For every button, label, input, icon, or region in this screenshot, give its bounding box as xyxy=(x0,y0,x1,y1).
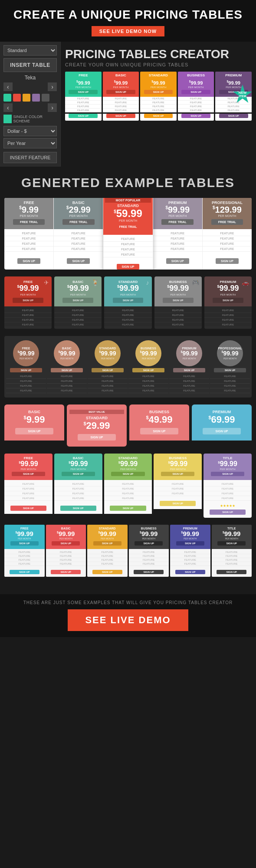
ex2-signup-business[interactable]: SIGN UP xyxy=(163,298,194,303)
swatch-teal[interactable] xyxy=(3,94,11,102)
mini-features-standard: FEATURE FEATURE FEATURE FEATURE xyxy=(140,97,177,112)
style-dropdown[interactable]: Standard xyxy=(3,45,57,56)
ex6-bottom-btn-business[interactable]: SIGN UP xyxy=(134,570,164,574)
ex6-signup-standard[interactable]: SIGN UP xyxy=(93,541,121,546)
ex6-signup-basic[interactable]: SIGN UP xyxy=(52,541,80,546)
ex1-signup-basic[interactable]: SIGN UP xyxy=(67,258,90,264)
ex2-header-business: 🎮 BUSINESS $99.99 PER MONTH SIGN UP xyxy=(154,276,202,306)
page-header: CREATE A UNIQUE PRICING TABLES SEE LIVE … xyxy=(0,0,256,42)
ex6-bottom-btn-title[interactable]: SIGN UP xyxy=(217,570,246,574)
ex3-col-premium2: PREMIUM $99.99 PER MONTH SIGN UP FEATURE… xyxy=(169,340,209,393)
ex1-col-professional: PROFESSIONAL $129.99 PER MONTH FREE TRIA… xyxy=(203,198,252,270)
mini-features-free: FEATURE FEATURE FEATURE FEATURE xyxy=(65,97,102,112)
swatch-orange[interactable] xyxy=(23,94,30,102)
theme-nav: ‹ › xyxy=(3,82,57,91)
ex1-trial-professional[interactable]: FREE TRIAL xyxy=(211,219,243,225)
ex1-signup-professional[interactable]: SIGN UP xyxy=(216,258,239,264)
ex1-trial-basic[interactable]: FREE TRIAL xyxy=(62,219,95,225)
ex4-signup-business[interactable]: SIGN UP xyxy=(140,428,178,434)
ex5-bottom-btn-free[interactable]: SIGN UP xyxy=(10,506,46,511)
ex5-header-title: TITLE $99.99 PER MONTH SIGN UP xyxy=(203,454,252,480)
ex5-signup-basic[interactable]: SIGN UP xyxy=(62,472,95,476)
swatch-dark[interactable] xyxy=(42,94,49,102)
period-dropdown[interactable]: Per Year xyxy=(3,138,57,148)
mini-bottom-btn-premium[interactable]: SIGN UP xyxy=(219,114,248,118)
mini-bottom-premium: SIGN UP xyxy=(215,114,252,121)
swatch-red[interactable] xyxy=(13,94,21,102)
ex2-signup-standard[interactable]: SIGN UP xyxy=(113,298,144,303)
ex6-header-premium: PREMIUM $99.99 PER MONTH SIGN UP xyxy=(170,525,210,549)
ex3-signup-standard[interactable]: SIGN UP xyxy=(92,368,124,372)
ex4-col-basic: BASIC $9.99 SIGN UP xyxy=(4,404,64,447)
ex1-col-standard: MOST POPULAR STANDARD $59.99 PER MONTH F… xyxy=(103,198,153,270)
ex5-bottom-btn-basic[interactable]: SIGN UP xyxy=(60,506,96,511)
mini-bottom-btn-basic[interactable]: SIGN UP xyxy=(106,114,135,118)
insert-feature-button[interactable]: INSERT FEATURE xyxy=(3,152,57,163)
ex6-bottom-btn-standard[interactable]: SIGN UP xyxy=(92,570,122,574)
ex5-signup-standard[interactable]: SIGN UP xyxy=(111,472,144,476)
next-theme-button[interactable]: › xyxy=(48,82,57,91)
mini-bottom-btn-free[interactable]: SIGN UP xyxy=(69,114,98,118)
swatch-purple[interactable] xyxy=(32,94,40,102)
ex6-bottom-btn-premium[interactable]: SIGN UP xyxy=(175,570,205,574)
ex5-header-business: BUSINESS $99.99 PER MONTH SIGN UP xyxy=(154,454,202,480)
mini-signup-free[interactable]: SIGN UP xyxy=(69,90,98,94)
mini-bottom-basic: SIGN UP xyxy=(103,114,139,121)
prev-color-button[interactable]: ‹ xyxy=(3,103,13,112)
ex5-bottom-btn-business[interactable]: SIGN UP xyxy=(160,501,196,506)
ex1-header-basic: BASIC $29.99 PER MONTH FREE TRIAL xyxy=(54,198,103,229)
ex2-signup-basic[interactable]: SIGN UP xyxy=(62,298,93,303)
ex3-signup-premium2[interactable]: SIGN UP xyxy=(173,368,205,372)
prev-theme-button[interactable]: ‹ xyxy=(3,82,13,91)
live-demo-header-button[interactable]: SEE LIVE DEMO NOW xyxy=(92,26,165,36)
ex5-signup-business[interactable]: SIGN UP xyxy=(161,472,194,476)
ex3-col-basic: BASIC $99.99 PER MONTH SIGN UP FEATURE F… xyxy=(47,340,87,393)
ex2-header-standard: ♪ STANDARD $99.99 PER MONTH SIGN UP xyxy=(104,276,151,306)
ex1-trial-standard[interactable]: FREE TRIAL xyxy=(112,224,144,230)
ex4-signup-premium[interactable]: SIGN UP xyxy=(203,428,241,434)
ex1-trial-free[interactable]: FREE TRIAL xyxy=(13,219,45,225)
ex5-bottom-btn-title[interactable]: SIGN UP xyxy=(210,510,246,515)
ex5-signup-free[interactable]: SIGN UP xyxy=(12,472,45,476)
next-color-button[interactable]: › xyxy=(48,103,57,112)
insert-table-button[interactable]: INSERT TABLE xyxy=(3,58,57,72)
ex2-signup-free[interactable]: SIGN UP xyxy=(13,298,43,303)
mini-bottom-btn-business[interactable]: SIGN UP xyxy=(181,114,210,118)
ex3-signup-free[interactable]: SIGN UP xyxy=(10,368,42,372)
ex1-signup-free[interactable]: SIGN UP xyxy=(17,258,40,264)
ex3-signup-business[interactable]: SIGN UP xyxy=(132,368,164,372)
sidebar: Standard INSERT TABLE Teka ‹ › ‹ › SINGL… xyxy=(0,42,61,167)
ex4-header-standard: BEST VALUE STANDARD $29.99 SIGN UP xyxy=(67,404,127,447)
ex2-signup-premium[interactable]: SIGN UP xyxy=(213,298,243,303)
ex6-bottom-btn-free[interactable]: SIGN UP xyxy=(10,570,39,574)
see-live-demo-button[interactable]: SEE LIVE DEMO xyxy=(68,609,188,631)
ex4-col-business: BUSINESS $49.99 SIGN UP xyxy=(129,404,189,447)
single-color-swatch[interactable] xyxy=(3,115,12,123)
ex1-signup-standard[interactable]: SIGN UP xyxy=(117,264,140,270)
mini-bottom-btn-standard[interactable]: SIGN UP xyxy=(144,114,173,118)
ex4-signup-basic[interactable]: SIGN UP xyxy=(15,428,53,434)
ex2-col-free: ✈ FREE $99.99 PER MONTH SIGN UP FEATURE … xyxy=(4,276,52,329)
currency-dropdown[interactable]: Dollar - $ xyxy=(3,126,57,136)
mini-signup-standard[interactable]: SIGN UP xyxy=(144,90,173,94)
ex6-signup-title[interactable]: SIGN UP xyxy=(217,541,246,546)
ex3-signup-basic[interactable]: SIGN UP xyxy=(51,368,83,372)
mini-signup-basic[interactable]: SIGN UP xyxy=(106,90,135,94)
mini-signup-business[interactable]: SIGN UP xyxy=(181,90,210,94)
ex4-signup-standard[interactable]: SIGN UP xyxy=(78,434,116,441)
example-table-5: FREE $99.99 PER MONTH SIGN UP FEATURE FE… xyxy=(4,454,252,518)
ex5-bottom-btn-standard[interactable]: SIGN UP xyxy=(110,506,146,511)
ex6-signup-business[interactable]: SIGN UP xyxy=(135,541,163,546)
mini-bottom-free: SIGN UP xyxy=(65,114,102,121)
ex6-bottom-btn-basic[interactable]: SIGN UP xyxy=(51,570,81,574)
ex5-signup-title[interactable]: SIGN UP xyxy=(211,472,244,476)
example-table-3: FREE $99.99 PER MONTH SIGN UP FEATURE FE… xyxy=(4,336,252,398)
ex3-col-professional2: PROFESSIONAL $99.99 PER MONTH SIGN UP FE… xyxy=(210,340,250,393)
mini-header-standard: STANDARD xyxy=(140,72,177,79)
ex1-header-standard: MOST POPULAR STANDARD $59.99 PER MONTH F… xyxy=(103,198,152,235)
ex6-signup-free[interactable]: SIGN UP xyxy=(10,541,39,546)
ex3-signup-professional2[interactable]: SIGN UP xyxy=(214,368,246,372)
ex1-signup-premium[interactable]: SIGN UP xyxy=(166,258,189,264)
ex1-trial-premium[interactable]: FREE TRIAL xyxy=(161,219,194,225)
ex6-signup-premium[interactable]: SIGN UP xyxy=(176,541,204,546)
